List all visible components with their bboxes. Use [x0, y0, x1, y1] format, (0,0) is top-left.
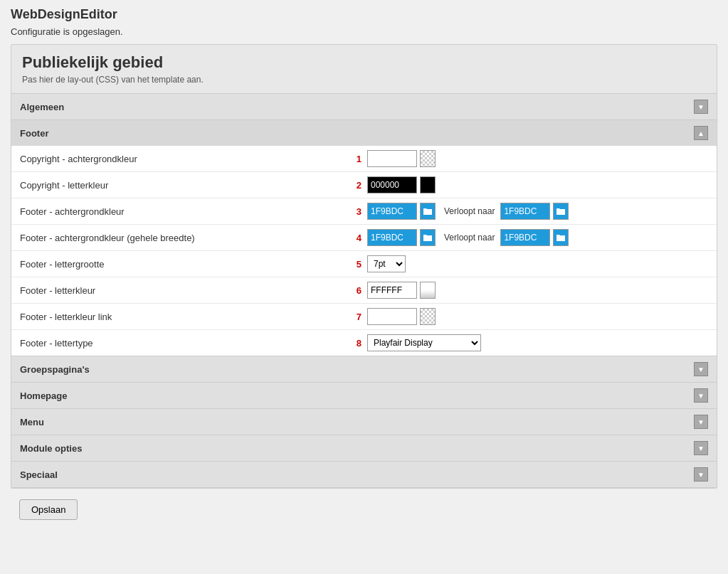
table-row: Footer - lettertype 8 Arial Georgia Helv… — [11, 330, 717, 356]
color-value-6[interactable] — [367, 282, 417, 299]
row-number-7: 7 — [347, 312, 362, 322]
section-speciaal: Speciaal ▼ — [11, 462, 717, 488]
chevron-down-icon: ▼ — [697, 103, 705, 111]
section-groepspaginas: Groepspagina's ▼ — [11, 356, 717, 383]
folder-icon-3b — [556, 206, 566, 216]
color-swatch-3[interactable] — [420, 203, 436, 220]
row-label-1: Copyright - achtergrondkleur — [20, 154, 347, 164]
section-title-module-opties: Module opties — [20, 443, 82, 454]
color-swatch-7[interactable] — [420, 308, 436, 325]
row-control-8: Arial Georgia Helvetica Times New Roman … — [367, 334, 481, 351]
color-value-1[interactable] — [367, 150, 417, 167]
table-row: Footer - achtergrondkleur 3 Verloopt naa… — [11, 198, 717, 225]
row-label-4: Footer - achtergrondkleur (gehele breedt… — [20, 233, 347, 243]
section-toggle-algemeen[interactable]: ▼ — [694, 100, 708, 114]
row-label-7: Footer - letterkleur link — [20, 312, 347, 322]
table-row: Footer - achtergrondkleur (gehele breedt… — [11, 225, 717, 251]
section-module-opties: Module opties ▼ — [11, 435, 717, 462]
panel-header: Publiekelijk gebied Pas hier de lay-out … — [11, 45, 717, 94]
color-swatch-3b[interactable] — [553, 203, 569, 220]
section-toggle-speciaal[interactable]: ▼ — [694, 467, 708, 482]
color-value-7[interactable] — [367, 308, 417, 325]
row-number-1: 1 — [347, 154, 362, 164]
section-header-groepspaginas[interactable]: Groepspagina's ▼ — [11, 356, 717, 382]
color-value-4[interactable] — [367, 229, 417, 246]
row-label-8: Footer - lettertype — [20, 338, 347, 349]
section-title-algemeen: Algemeen — [20, 102, 64, 112]
section-header-footer[interactable]: Footer ▲ — [11, 120, 717, 146]
row-control-1 — [367, 150, 436, 167]
row-number-5: 5 — [347, 259, 362, 270]
section-toggle-homepage[interactable]: ▼ — [694, 388, 708, 403]
section-header-homepage[interactable]: Homepage ▼ — [11, 383, 717, 408]
chevron-down-icon-6: ▼ — [697, 471, 705, 479]
panel-subtitle: Pas hier de lay-out (CSS) van het templa… — [22, 75, 706, 85]
footer-section-body: Copyright - achtergrondkleur 1 Copyright… — [11, 146, 717, 356]
section-title-footer: Footer — [20, 128, 48, 139]
section-homepage: Homepage ▼ — [11, 383, 717, 409]
chevron-up-icon: ▲ — [697, 129, 705, 137]
color-swatch-4b[interactable] — [553, 229, 569, 246]
table-row: Copyright - letterkleur 2 — [11, 172, 717, 198]
row-control-5: 6pt 7pt 8pt 9pt 10pt 11pt 12pt 14pt — [367, 255, 406, 272]
verloopt-naar-label-3: Verloopt naar — [444, 206, 495, 216]
table-row: Footer - letterkleur link 7 — [11, 304, 717, 330]
color-swatch-1[interactable] — [420, 150, 436, 167]
row-control-4: Verloopt naar — [367, 229, 569, 246]
main-panel: Publiekelijk gebied Pas hier de lay-out … — [11, 44, 717, 489]
section-algemeen: Algemeen ▼ — [11, 94, 717, 120]
section-title-menu: Menu — [20, 417, 44, 427]
section-toggle-footer[interactable]: ▲ — [694, 126, 708, 140]
row-number-3: 3 — [347, 206, 362, 217]
section-header-algemeen[interactable]: Algemeen ▼ — [11, 94, 717, 119]
section-title-groepspaginas: Groepspagina's — [20, 364, 90, 375]
row-control-6 — [367, 282, 436, 299]
table-row: Copyright - achtergrondkleur 1 — [11, 146, 717, 172]
row-control-7 — [367, 308, 436, 325]
color-swatch-4[interactable] — [420, 229, 436, 246]
status-message: Configuratie is opgeslagen. — [11, 26, 717, 37]
color-value-3b[interactable] — [500, 203, 550, 220]
chevron-down-icon-4: ▼ — [697, 418, 705, 426]
section-toggle-groepspaginas[interactable]: ▼ — [694, 362, 708, 376]
row-label-6: Footer - letterkleur — [20, 285, 347, 296]
row-number-4: 4 — [347, 233, 362, 243]
chevron-down-icon-2: ▼ — [697, 366, 705, 373]
section-title-speciaal: Speciaal — [20, 469, 58, 480]
size-select-5[interactable]: 6pt 7pt 8pt 9pt 10pt 11pt 12pt 14pt — [367, 255, 406, 272]
table-row: Footer - lettergrootte 5 6pt 7pt 8pt 9pt… — [11, 251, 717, 277]
color-value-4b[interactable] — [500, 229, 550, 246]
row-label-2: Copyright - letterkleur — [20, 180, 347, 191]
row-number-2: 2 — [347, 180, 362, 191]
row-number-6: 6 — [347, 285, 362, 296]
section-header-menu[interactable]: Menu ▼ — [11, 409, 717, 435]
chevron-down-icon-3: ▼ — [697, 392, 705, 400]
save-button[interactable]: Opslaan — [19, 499, 78, 520]
row-control-3: Verloopt naar — [367, 203, 569, 220]
section-toggle-module-opties[interactable]: ▼ — [694, 441, 708, 455]
app-title: WebDesignEditor — [11, 7, 717, 22]
row-control-2 — [367, 176, 436, 193]
section-header-speciaal[interactable]: Speciaal ▼ — [11, 462, 717, 487]
section-header-module-opties[interactable]: Module opties ▼ — [11, 435, 717, 461]
font-select-8[interactable]: Arial Georgia Helvetica Times New Roman … — [367, 334, 481, 351]
chevron-down-icon-5: ▼ — [697, 445, 705, 452]
folder-icon-3 — [423, 206, 433, 216]
table-row: Footer - letterkleur 6 — [11, 277, 717, 304]
row-label-3: Footer - achtergrondkleur — [20, 206, 347, 217]
save-bar: Opslaan — [11, 489, 717, 531]
section-title-homepage: Homepage — [20, 390, 67, 401]
section-toggle-menu[interactable]: ▼ — [694, 415, 708, 429]
section-footer: Footer ▲ Copyright - achtergrondkleur 1 … — [11, 120, 717, 356]
section-menu: Menu ▼ — [11, 409, 717, 435]
color-swatch-6[interactable] — [420, 282, 436, 299]
row-label-5: Footer - lettergrootte — [20, 259, 347, 270]
color-swatch-2[interactable] — [420, 176, 436, 193]
color-value-3[interactable] — [367, 203, 417, 220]
folder-icon-4b — [556, 233, 566, 243]
panel-heading: Publiekelijk gebied — [22, 53, 706, 72]
folder-icon-4 — [423, 233, 433, 243]
color-value-2[interactable] — [367, 176, 417, 193]
verloopt-naar-label-4: Verloopt naar — [444, 233, 495, 243]
row-number-8: 8 — [347, 338, 362, 349]
